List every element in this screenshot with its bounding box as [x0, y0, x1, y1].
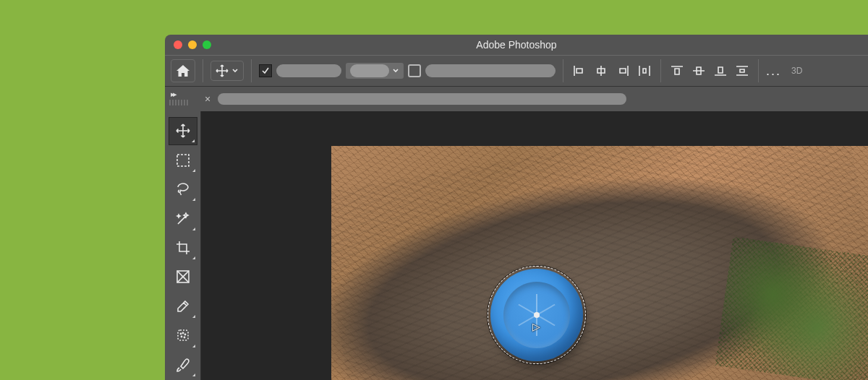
app-title: Adobe Photoshop: [165, 39, 868, 51]
auto-select-checkbox[interactable]: [259, 64, 272, 77]
svg-point-7: [184, 337, 184, 338]
svg-point-4: [182, 333, 183, 334]
submenu-indicator-icon: [192, 315, 195, 318]
document-tabs: ▸▸ ×: [165, 87, 868, 111]
align-middle-button[interactable]: [690, 62, 707, 79]
document-tab[interactable]: [218, 93, 626, 105]
check-icon: [261, 66, 270, 75]
zoom-window-button[interactable]: [203, 40, 211, 49]
quick-selection-tool[interactable]: [169, 204, 197, 232]
divider: [563, 59, 563, 82]
align-left-icon: [573, 65, 586, 77]
align-left-button[interactable]: [571, 62, 588, 79]
align-top-button[interactable]: [668, 62, 686, 79]
submenu-indicator-icon: [192, 373, 195, 376]
submenu-indicator-icon: [192, 345, 195, 347]
svg-point-6: [181, 337, 182, 337]
mode-label[interactable]: 3D: [791, 66, 802, 76]
divider: [660, 59, 661, 82]
document-canvas[interactable]: ▷: [331, 146, 868, 380]
crop-tool[interactable]: [169, 234, 197, 262]
divider: [203, 59, 203, 82]
brush-tool[interactable]: [169, 351, 197, 379]
cursor-icon: ▷: [532, 321, 540, 332]
panel-grip[interactable]: [169, 100, 188, 105]
submenu-indicator-icon: [192, 169, 195, 172]
divider: [251, 59, 252, 82]
more-options-button[interactable]: ...: [766, 64, 781, 79]
dropdown-value: [350, 64, 389, 77]
submenu-indicator-icon: [192, 139, 195, 142]
marquee-tool[interactable]: [169, 147, 197, 174]
crop-icon: [175, 240, 191, 256]
marquee-icon: [176, 153, 190, 168]
distribute-v-button[interactable]: [733, 62, 751, 79]
panel-collapse-icon[interactable]: ▸▸: [171, 90, 175, 99]
healing-brush-tool[interactable]: [169, 321, 197, 349]
window-controls: [174, 40, 211, 49]
svg-rect-0: [177, 155, 189, 166]
submenu-indicator-icon: [192, 198, 195, 201]
align-bottom-icon: [714, 65, 727, 77]
submenu-indicator-icon: [192, 228, 195, 230]
home-icon: [176, 64, 190, 77]
canvas-area: ▷: [201, 111, 868, 380]
eyedropper-tool[interactable]: [169, 293, 197, 320]
auto-select-label: [276, 64, 341, 77]
show-transform-label: [425, 64, 556, 77]
move-icon: [216, 64, 229, 77]
titlebar: Adobe Photoshop: [165, 35, 868, 55]
wand-icon: [175, 211, 191, 227]
align-bottom-button[interactable]: [712, 62, 729, 79]
distribute-v-icon: [736, 65, 749, 77]
move-icon: [175, 123, 191, 139]
image-greenery: [715, 237, 868, 380]
align-top-icon: [671, 65, 684, 77]
align-center-h-button[interactable]: [592, 62, 610, 79]
patch-icon: [175, 327, 191, 343]
auto-select-dropdown[interactable]: [346, 63, 404, 79]
show-transform-checkbox[interactable]: [408, 64, 421, 77]
distribute-h-icon: [638, 65, 651, 77]
options-bar: ... 3D: [165, 55, 868, 87]
submenu-indicator-icon: [192, 256, 195, 259]
disc-center: [534, 312, 540, 318]
align-middle-icon: [692, 65, 705, 77]
home-button[interactable]: [171, 59, 195, 82]
tab-close-button[interactable]: ×: [205, 93, 210, 105]
chevron-down-icon: [231, 67, 239, 74]
lasso-icon: [175, 181, 191, 197]
svg-point-5: [184, 334, 185, 335]
lasso-tool[interactable]: [169, 176, 197, 203]
distribute-h-button[interactable]: [636, 62, 653, 79]
close-window-button[interactable]: [174, 40, 182, 49]
brush-icon: [175, 357, 191, 373]
align-center-h-icon: [595, 65, 608, 77]
align-right-button[interactable]: [614, 62, 631, 79]
align-right-icon: [616, 65, 629, 77]
svg-point-3: [180, 334, 181, 334]
svg-rect-2: [178, 330, 188, 340]
move-tool-indicator[interactable]: [210, 61, 244, 81]
move-tool[interactable]: [169, 117, 197, 145]
minimize-window-button[interactable]: [188, 40, 197, 49]
frame-tool[interactable]: [169, 263, 197, 290]
frame-icon: [176, 269, 190, 284]
tools-panel: [165, 111, 201, 380]
chevron-down-icon: [392, 67, 399, 74]
eyedropper-icon: [175, 298, 191, 314]
divider: [758, 59, 759, 82]
